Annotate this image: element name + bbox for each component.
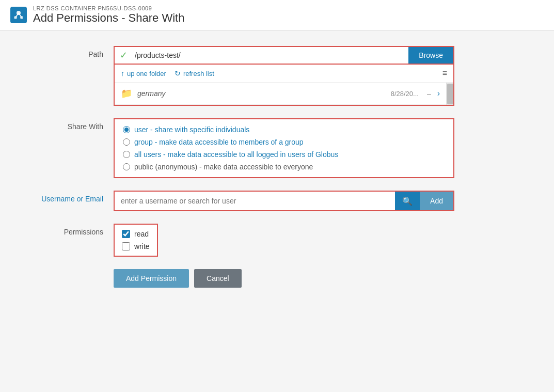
search-icon: 🔍 bbox=[402, 197, 413, 206]
perm-write-label: write bbox=[134, 242, 150, 250]
permissions-label: Permissions bbox=[21, 224, 114, 236]
permissions-row: Permissions read write bbox=[21, 224, 533, 257]
perm-read-checkbox[interactable] bbox=[122, 230, 130, 238]
share-option-group[interactable]: group - make data accessible to members … bbox=[123, 138, 445, 146]
share-radio-group[interactable] bbox=[123, 138, 130, 146]
username-input-row: 🔍 Add bbox=[114, 191, 454, 211]
share-with-row: Share With user - share with specific in… bbox=[21, 118, 533, 178]
path-label: Path bbox=[21, 46, 114, 58]
page-title: Add Permissions - Share With bbox=[33, 11, 184, 25]
file-name: germany bbox=[137, 89, 391, 98]
share-option-group-label: group - make data accessible to members … bbox=[134, 138, 304, 146]
up-one-folder-button[interactable]: ↑ up one folder bbox=[121, 69, 166, 77]
path-input[interactable] bbox=[133, 47, 408, 64]
share-option-public-label: public (anonymous) - make data accessibl… bbox=[134, 163, 313, 171]
up-one-folder-label: up one folder bbox=[127, 70, 166, 77]
username-row: Username or Email 🔍 Add bbox=[21, 191, 533, 211]
share-radio-user[interactable] bbox=[123, 126, 130, 133]
share-with-label: Share With bbox=[21, 118, 114, 131]
org-logo bbox=[10, 7, 27, 23]
file-browser-body: 📁 germany 8/28/20... – › bbox=[115, 83, 453, 105]
page-header: LRZ DSS CONTAINER PN56SU-DSS-0009 Add Pe… bbox=[0, 0, 554, 30]
share-option-user[interactable]: user - share with specific individuals bbox=[123, 126, 445, 134]
perm-read-label: read bbox=[134, 230, 149, 238]
action-buttons: Add Permission Cancel bbox=[114, 269, 533, 288]
file-browser: ↑ up one folder ↻ refresh list ≡ 📁 germa… bbox=[114, 65, 454, 106]
refresh-icon: ↻ bbox=[175, 69, 181, 77]
username-input[interactable] bbox=[115, 192, 395, 210]
up-arrow-icon: ↑ bbox=[121, 69, 124, 77]
main-content: Path ✓ Browse ↑ up one folder ↻ refresh … bbox=[0, 30, 554, 303]
add-user-button[interactable]: Add bbox=[420, 192, 453, 210]
perm-read-option[interactable]: read bbox=[122, 230, 150, 238]
add-permission-button[interactable]: Add Permission bbox=[114, 269, 189, 288]
file-browser-toolbar: ↑ up one folder ↻ refresh list ≡ bbox=[115, 65, 453, 83]
share-option-user-label: user - share with specific individuals bbox=[134, 126, 249, 134]
chevron-right-icon: › bbox=[437, 89, 440, 98]
menu-button[interactable]: ≡ bbox=[442, 69, 447, 78]
cancel-button[interactable]: Cancel bbox=[194, 269, 242, 288]
share-radio-public[interactable] bbox=[123, 163, 130, 170]
org-label: LRZ DSS CONTAINER PN56SU-DSS-0009 bbox=[33, 5, 184, 11]
username-label: Username or Email bbox=[21, 191, 114, 203]
browse-button[interactable]: Browse bbox=[408, 47, 453, 64]
path-valid-icon: ✓ bbox=[115, 47, 133, 64]
permissions-control-area: read write bbox=[114, 224, 454, 257]
share-radio-allusers[interactable] bbox=[123, 151, 130, 158]
file-list: 📁 germany 8/28/20... – › bbox=[115, 83, 446, 105]
scrollbar[interactable] bbox=[446, 83, 453, 105]
username-control-area: 🔍 Add bbox=[114, 191, 454, 211]
header-text-block: LRZ DSS CONTAINER PN56SU-DSS-0009 Add Pe… bbox=[33, 5, 184, 25]
file-size: – bbox=[427, 89, 431, 98]
share-option-public[interactable]: public (anonymous) - make data accessibl… bbox=[123, 163, 445, 171]
path-row: Path ✓ Browse ↑ up one folder ↻ refresh … bbox=[21, 46, 533, 106]
path-control-area: ✓ Browse ↑ up one folder ↻ refresh list … bbox=[114, 46, 454, 106]
permissions-box: read write bbox=[114, 224, 158, 257]
refresh-list-button[interactable]: ↻ refresh list bbox=[175, 69, 214, 77]
path-input-row: ✓ Browse bbox=[114, 46, 454, 65]
perm-write-option[interactable]: write bbox=[122, 242, 150, 250]
file-date: 8/28/20... bbox=[391, 90, 419, 98]
folder-icon: 📁 bbox=[121, 88, 132, 99]
search-button[interactable]: 🔍 bbox=[395, 192, 420, 210]
refresh-list-label: refresh list bbox=[183, 70, 214, 77]
share-option-allusers[interactable]: all users - make data accessible to all … bbox=[123, 150, 445, 159]
table-row[interactable]: 📁 germany 8/28/20... – › bbox=[115, 83, 446, 105]
scrollbar-thumb bbox=[447, 84, 453, 104]
share-with-box: user - share with specific individuals g… bbox=[114, 118, 454, 178]
share-option-allusers-label: all users - make data accessible to all … bbox=[134, 150, 338, 159]
perm-write-checkbox[interactable] bbox=[122, 242, 130, 250]
share-with-control-area: user - share with specific individuals g… bbox=[114, 118, 454, 178]
